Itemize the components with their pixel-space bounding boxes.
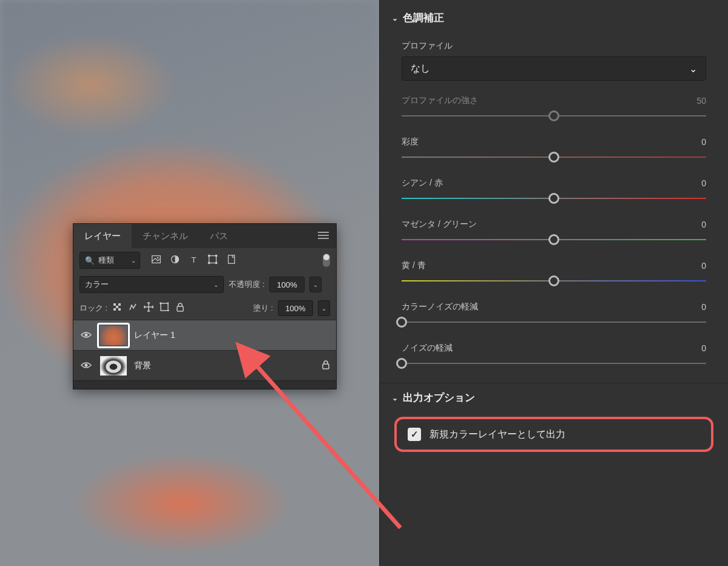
filter-toggle[interactable] (323, 254, 330, 267)
svg-rect-8 (208, 254, 210, 256)
slider-yellow_blue[interactable] (402, 275, 706, 287)
svg-rect-14 (113, 303, 116, 306)
filter-row: 🔍 種類 ⌄ T (73, 248, 336, 272)
layer-item[interactable]: 背景 (73, 350, 336, 380)
slider-profile-strength-row: プロファイルの強さ 50 (402, 95, 706, 106)
slider-value: 0 (701, 178, 706, 188)
adjustment-filter-icon[interactable] (170, 254, 180, 267)
layer-name: 背景 (134, 360, 151, 371)
slider-cyan_red[interactable] (402, 192, 706, 204)
fill-input[interactable]: 100% (278, 300, 313, 316)
slider-saturation[interactable] (402, 151, 706, 163)
image-filter-icon[interactable] (151, 254, 161, 267)
svg-rect-11 (215, 261, 217, 263)
filter-kind-select[interactable]: 🔍 種類 ⌄ (79, 252, 140, 269)
slider-handle[interactable] (548, 193, 559, 204)
output-checkbox-label: 新規カラーレイヤーとして出力 (430, 428, 565, 441)
slider-label: 彩度 (402, 136, 419, 147)
svg-rect-26 (177, 306, 183, 311)
layers-panel: レイヤー チャンネル パス 🔍 種類 ⌄ T (73, 223, 337, 389)
svg-text:T: T (191, 255, 196, 264)
chevron-down-icon: ⌄ (689, 63, 697, 75)
section-color-correction[interactable]: ⌄ 色調補正 (380, 6, 728, 30)
lock-artboard-icon[interactable] (160, 302, 169, 314)
profile-value: なし (411, 62, 430, 75)
svg-rect-21 (161, 303, 168, 311)
output-new-layer-checkbox[interactable]: ✓ (408, 428, 421, 441)
opacity-input[interactable]: 100% (269, 277, 305, 292)
lock-position-icon[interactable] (144, 302, 153, 314)
lock-icon (322, 360, 330, 372)
output-highlight-box: ✓ 新規カラーレイヤーとして出力 (394, 417, 713, 452)
chevron-down-icon: ⌄ (392, 394, 398, 402)
slider-magenta_green[interactable] (402, 234, 706, 246)
slider-track-line (402, 363, 706, 364)
blend-mode-select[interactable]: カラー ⌄ (79, 276, 224, 293)
chevron-down-icon: ⌄ (131, 257, 136, 264)
chevron-down-icon: ⌄ (214, 281, 218, 288)
slider-label: カラーノイズの軽減 (402, 302, 478, 312)
layer-thumbnail[interactable] (99, 355, 128, 377)
slider-handle[interactable] (548, 275, 559, 286)
slider-value: 0 (701, 343, 706, 353)
section-title: 色調補正 (403, 11, 444, 25)
text-filter-icon[interactable]: T (189, 254, 199, 267)
blend-mode-value: カラー (85, 279, 109, 290)
visibility-toggle[interactable] (79, 360, 93, 371)
profile-label: プロファイル (402, 41, 706, 52)
slider-value: 0 (701, 137, 706, 147)
slider-row-noise: ノイズの軽減0 (402, 343, 706, 354)
panel-footer (73, 380, 336, 389)
layer-item[interactable]: レイヤー 1 (73, 320, 336, 350)
lock-image-icon[interactable] (128, 302, 138, 314)
filter-icons: T (151, 254, 237, 267)
slider-color_noise[interactable] (402, 316, 706, 328)
slider-value: 50 (696, 96, 706, 106)
svg-rect-9 (215, 254, 217, 256)
svg-rect-17 (113, 308, 116, 311)
slider-profile-strength (402, 110, 706, 122)
svg-rect-16 (116, 306, 118, 308)
slider-label: プロファイルの強さ (402, 95, 478, 106)
slider-label: 黄 / 青 (402, 260, 426, 271)
svg-point-4 (157, 257, 159, 258)
slider-label: シアン / 赤 (402, 178, 443, 189)
smartobj-filter-icon[interactable] (226, 254, 237, 267)
slider-label: ノイズの軽減 (402, 343, 453, 354)
lock-row: ロック : 塗り : 100% ⌄ (73, 297, 336, 320)
panel-menu-button[interactable] (311, 230, 336, 243)
svg-rect-15 (118, 303, 121, 306)
slider-value: 0 (701, 261, 706, 271)
visibility-toggle[interactable] (79, 330, 93, 341)
chevron-down-icon: ⌄ (392, 14, 398, 22)
section-output-options[interactable]: ⌄ 出力オプション (380, 386, 728, 409)
slider-noise[interactable] (402, 357, 706, 369)
properties-sidebar: ⌄ 色調補正 プロファイル なし ⌄ プロファイルの強さ 50 彩度0シアン /… (379, 0, 728, 566)
search-icon: 🔍 (85, 256, 95, 265)
fill-flyout[interactable]: ⌄ (318, 300, 330, 316)
svg-rect-12 (228, 255, 234, 263)
tab-channels[interactable]: チャンネル (132, 224, 199, 248)
tab-layers[interactable]: レイヤー (73, 224, 132, 248)
slider-handle[interactable] (396, 358, 407, 369)
opacity-label: 不透明度 : (229, 279, 265, 290)
slider-handle[interactable] (548, 234, 559, 245)
layer-thumbnail[interactable] (99, 325, 128, 346)
shape-filter-icon[interactable] (207, 254, 218, 267)
slider-row-color_noise: カラーノイズの軽減0 (402, 302, 706, 312)
slider-row-saturation: 彩度0 (402, 136, 706, 147)
slider-label: マゼンタ / グリーン (402, 219, 477, 230)
slider-handle[interactable] (396, 317, 407, 328)
profile-select[interactable]: なし ⌄ (402, 56, 706, 81)
slider-track-line (402, 322, 706, 323)
section-title: 出力オプション (403, 391, 475, 405)
blend-row: カラー ⌄ 不透明度 : 100% ⌄ (73, 272, 336, 297)
opacity-flyout[interactable]: ⌄ (309, 277, 322, 292)
layer-list: レイヤー 1 背景 (73, 320, 336, 380)
lock-transparent-icon[interactable] (112, 302, 122, 314)
tab-paths[interactable]: パス (199, 224, 239, 248)
lock-all-icon[interactable] (175, 302, 185, 314)
slider-handle (548, 110, 559, 121)
slider-handle[interactable] (548, 152, 559, 163)
slider-value: 0 (701, 220, 706, 229)
